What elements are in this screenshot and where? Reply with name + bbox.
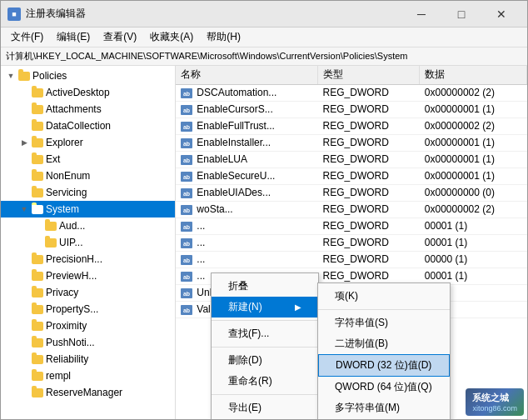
table-row[interactable]: ab EnableFullTrust...REG_DWORD0x00000002… (176, 118, 527, 134)
ctx-item-new[interactable]: 新建(N) ▶ (212, 297, 318, 318)
cell-type-5: REG_DWORD (318, 168, 420, 184)
ctx-item-export[interactable]: 导出(E) (212, 398, 318, 418)
cell-name-4: ab EnableLUA (176, 151, 318, 168)
table-row[interactable]: ab ...REG_DWORD00001 (1) (176, 218, 527, 234)
window-title: 注册表编辑器 (26, 7, 86, 21)
folder-icon-servicing (31, 187, 44, 198)
submenu-item-qword[interactable]: QWORD (64 位)值(Q) (318, 377, 450, 398)
submenu-item-binary[interactable]: 二进制值(B) (318, 333, 450, 354)
folder-icon-uip (44, 237, 57, 248)
table-row[interactable]: ab EnableInstaller...REG_DWORD0x00000001… (176, 134, 527, 151)
tree-item-privacy[interactable]: Privacy (1, 284, 175, 301)
cell-type-7: REG_DWORD (318, 201, 420, 218)
watermark-box: 系统之城 xitong86.com (466, 388, 524, 416)
ctx-item-rename[interactable]: 重命名(R) (212, 371, 318, 392)
close-button[interactable]: ✕ (482, 2, 521, 26)
cell-name-6: ab EnableUIADes... (176, 184, 318, 201)
menu-item-v[interactable]: 查看(V) (97, 28, 143, 47)
cell-type-8: REG_DWORD (318, 218, 420, 234)
cell-data-9: 00001 (1) (420, 234, 527, 251)
tree-item-nonenum[interactable]: NonEnum (1, 168, 175, 184)
minimize-button[interactable]: ─ (402, 2, 441, 26)
tree-item-propertys[interactable]: PropertyS... (1, 301, 175, 318)
tree-item-proximity[interactable]: Proximity (1, 318, 175, 334)
ctx-separator-2 (212, 347, 318, 348)
table-row[interactable]: ab EnableSecureU...REG_DWORD0x00000001 (… (176, 168, 527, 184)
title-bar: ■ 注册表编辑器 ─ □ ✕ (1, 1, 527, 28)
main-content: ▼ Policies ▶ ActiveDesktop ▶ Attachments (1, 66, 527, 419)
cell-type-10: REG_DWORD (318, 251, 420, 268)
table-row[interactable]: ab woSta...REG_DWORD0x00000002 (2) (176, 201, 527, 218)
expand-icon-system[interactable]: ▼ (17, 202, 31, 216)
col-header-data[interactable]: 数据 (420, 66, 527, 84)
cell-type-9: REG_DWORD (318, 234, 420, 251)
cell-data-4: 0x00000001 (1) (420, 151, 527, 168)
tree-item-policies[interactable]: ▼ Policies (1, 68, 175, 84)
table-row[interactable]: ab ...REG_DWORD00000 (1) (176, 251, 527, 268)
cell-name-7: ab woSta... (176, 201, 318, 218)
submenu-new: 项(K) 字符串值(S) 二进制值(B) DWORD (32 位)值(D) QW… (317, 282, 451, 419)
table-row[interactable]: ab EnableCursorS...REG_DWORD0x00000001 (… (176, 101, 527, 118)
submenu-item-multistring[interactable]: 多字符串值(M) (318, 398, 450, 418)
cell-name-1: ab EnableCursorS... (176, 101, 318, 118)
submenu-item-dword[interactable]: DWORD (32 位)值(D) (318, 354, 450, 377)
menu-item-e[interactable]: 编辑(E) (50, 28, 97, 47)
tree-item-uip[interactable]: UIP... (1, 234, 175, 251)
tree-item-system[interactable]: ▼ System (1, 201, 175, 218)
ctx-item-collapse[interactable]: 折叠 (212, 276, 318, 297)
tree-item-activedesktop[interactable]: ▶ ActiveDesktop (1, 84, 175, 101)
folder-icon-pushnoti (31, 337, 44, 348)
submenu-item-expandstring[interactable]: 可扩充字符串值(E) (318, 418, 450, 419)
tree-panel[interactable]: ▼ Policies ▶ ActiveDesktop ▶ Attachments (1, 66, 176, 419)
cell-data-11: 00001 (1) (420, 268, 527, 284)
folder-icon-attachments (31, 103, 44, 115)
tree-item-previewh[interactable]: PreviewH... (1, 268, 175, 284)
ctx-item-delete[interactable]: 删除(D) (212, 350, 318, 371)
tree-item-aud[interactable]: Aud... (1, 218, 175, 234)
table-row[interactable]: ab EnableLUAREG_DWORD0x00000001 (1) (176, 151, 527, 168)
tree-item-reliability[interactable]: Reliability (1, 351, 175, 368)
tree-item-servicing[interactable]: Servicing (1, 184, 175, 201)
table-row[interactable]: ab ...REG_DWORD00001 (1) (176, 234, 527, 251)
maximize-button[interactable]: □ (442, 2, 481, 26)
expand-icon-explorer[interactable]: ▶ (17, 136, 31, 149)
watermark-text-1: 系统之城 (472, 392, 517, 404)
context-menu: 折叠 新建(N) ▶ 查找(F)... 删除(D) 重命名(R) (211, 272, 319, 419)
watermark: 系统之城 xitong86.com (466, 388, 524, 416)
tree-item-explorer[interactable]: ▶ Explorer (1, 134, 175, 151)
tree-item-attachments[interactable]: ▶ Attachments (1, 101, 175, 118)
col-header-type[interactable]: 类型 (318, 66, 420, 84)
menu-item-f[interactable]: 文件(F) (4, 28, 50, 47)
tree-item-precisionh[interactable]: PrecisionH... (1, 251, 175, 268)
table-row[interactable]: ab EnableUIADes...REG_DWORD0x00000000 (0… (176, 184, 527, 201)
menu-item-a[interactable]: 收藏夹(A) (143, 28, 200, 47)
submenu-item-key[interactable]: 项(K) (318, 286, 450, 307)
tree-item-rempl[interactable]: rempl (1, 368, 175, 384)
folder-icon-system (31, 203, 44, 215)
ctx-item-find[interactable]: 查找(F)... (212, 323, 318, 344)
menu-item-h[interactable]: 帮助(H) (200, 28, 247, 47)
submenu-item-string[interactable]: 字符串值(S) (318, 312, 450, 333)
folder-icon-proximity (31, 320, 44, 332)
submenu-arrow-new: ▶ (295, 302, 301, 312)
folder-icon-datacollection (31, 120, 44, 132)
folder-icon-policies (17, 70, 31, 82)
cell-data-6: 0x00000000 (0) (420, 184, 527, 201)
table-row[interactable]: ab DSCAutomation...REG_DWORD0x00000002 (… (176, 84, 527, 101)
expand-icon-policies[interactable]: ▼ (4, 69, 17, 82)
cell-type-1: REG_DWORD (318, 101, 420, 118)
tree-item-reservemanager[interactable]: ReserveManager (1, 384, 175, 401)
tree-item-pushnoti[interactable]: PushNoti... (1, 334, 175, 351)
cell-data-3: 0x00000001 (1) (420, 134, 527, 151)
tree-item-ext[interactable]: Ext (1, 151, 175, 168)
cell-name-5: ab EnableSecureU... (176, 168, 318, 184)
title-buttons: ─ □ ✕ (402, 2, 521, 26)
folder-icon-explorer (31, 137, 44, 148)
cell-name-3: ab EnableInstaller... (176, 134, 318, 151)
cell-name-2: ab EnableFullTrust... (176, 118, 318, 134)
tree-item-datacollection[interactable]: ▶ DataCollection (1, 118, 175, 134)
ctx-item-permissions[interactable]: 权限(P)... (212, 418, 318, 419)
col-header-name[interactable]: 名称 (176, 66, 318, 84)
watermark-text-2: xitong86.com (472, 404, 517, 412)
title-bar-left: ■ 注册表编辑器 (7, 7, 86, 21)
